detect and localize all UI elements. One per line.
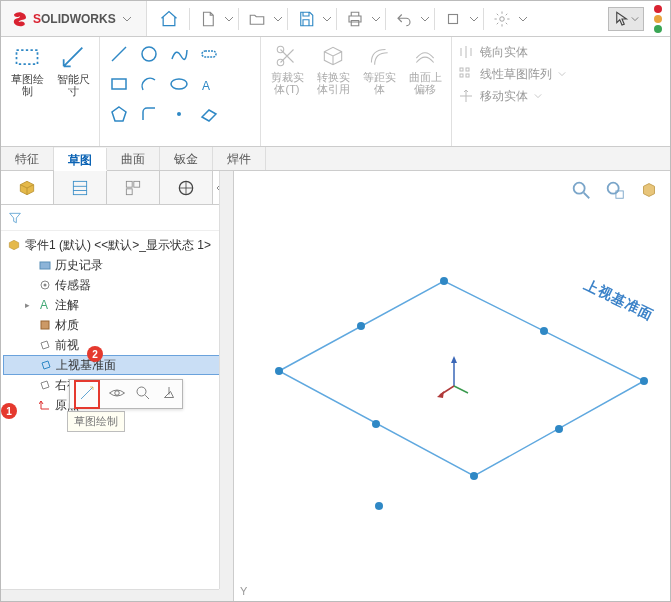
view-heads-up-toolbar — [568, 177, 662, 203]
fillet-tool[interactable] — [136, 101, 162, 127]
tree-root[interactable]: 零件1 (默认) <<默认>_显示状态 1> — [3, 235, 231, 255]
trim-button[interactable]: 剪裁实 体(T) — [267, 41, 307, 97]
undo-button[interactable] — [390, 5, 418, 33]
svg-rect-16 — [466, 74, 469, 77]
dropdown-icon[interactable] — [518, 14, 528, 24]
ribbon: 草图绘 制 智能尺 寸 A — [1, 37, 670, 147]
ctx-normal-to-button[interactable] — [160, 384, 178, 405]
svg-line-33 — [145, 395, 149, 399]
smart-dimension-button[interactable]: 智能尺 寸 — [53, 41, 93, 99]
svg-point-46 — [555, 425, 563, 433]
svg-rect-0 — [448, 14, 457, 23]
offset-equidist-button[interactable]: 等距实 体 — [359, 41, 399, 97]
surface-offset-button[interactable]: 曲面上 偏移 — [405, 41, 445, 97]
rectangle-tool[interactable] — [106, 71, 132, 97]
tab-surface[interactable]: 曲面 — [107, 147, 160, 170]
eye-icon — [108, 384, 126, 402]
panel-scrollbar-h[interactable] — [1, 589, 219, 602]
dropdown-icon[interactable] — [420, 14, 430, 24]
save-button[interactable] — [292, 5, 320, 33]
spline-tool[interactable] — [166, 41, 192, 67]
panel-scrollbar-v[interactable] — [219, 171, 233, 589]
svg-rect-26 — [40, 262, 50, 269]
solidworks-logo-icon — [11, 10, 29, 28]
dropdown-icon[interactable] — [322, 14, 332, 24]
linear-pattern-button[interactable]: 线性草图阵列 — [458, 63, 566, 85]
tree-annotations[interactable]: ▸A注解 — [3, 295, 231, 315]
funnel-icon — [7, 210, 23, 226]
tab-sheetmetal[interactable]: 钣金 — [160, 147, 213, 170]
ctx-tooltip: 草图绘制 — [67, 411, 125, 432]
svg-point-10 — [177, 112, 181, 116]
quick-access-toolbar — [147, 5, 670, 33]
zoom-fit-button[interactable] — [568, 177, 594, 203]
new-button[interactable] — [194, 5, 222, 33]
tab-weldment[interactable]: 焊件 — [213, 147, 266, 170]
panel-tab-property[interactable] — [54, 171, 107, 204]
tree-filter[interactable] — [1, 205, 233, 231]
move-button[interactable]: 移动实体 — [458, 85, 566, 107]
sensor-icon — [39, 279, 51, 291]
rebuild-button[interactable] — [439, 5, 467, 33]
tree-top-plane[interactable]: 上视基准面 — [3, 355, 231, 375]
ctx-show-button[interactable] — [108, 384, 126, 405]
open-button[interactable] — [243, 5, 271, 33]
polygon-tool[interactable] — [106, 101, 132, 127]
zoom-icon — [134, 384, 152, 402]
slot-tool[interactable] — [196, 41, 222, 67]
tree-sensors[interactable]: 传感器 — [3, 275, 231, 295]
svg-rect-17 — [73, 181, 86, 194]
view-orientation-button[interactable] — [636, 177, 662, 203]
app-menu-dropdown-icon[interactable] — [122, 14, 132, 24]
sketch-button[interactable]: 草图绘 制 — [7, 41, 47, 99]
zoom-area-button[interactable] — [602, 177, 628, 203]
ctx-sketch-button[interactable] — [74, 380, 100, 409]
dropdown-icon[interactable] — [224, 14, 234, 24]
options-button[interactable] — [488, 5, 516, 33]
origin-triad-icon — [434, 351, 474, 401]
panel-tab-dimxpert[interactable] — [160, 171, 213, 204]
annotation-icon: A — [39, 299, 51, 311]
point-tool[interactable] — [166, 101, 192, 127]
panel-scroll-corner — [219, 589, 233, 602]
svg-point-7 — [171, 79, 187, 89]
tab-sketch[interactable]: 草图 — [54, 148, 107, 171]
app-logo: SSOLIDWORKSOLIDWORKS — [1, 1, 147, 36]
tree-front-plane[interactable]: 前视 — [3, 335, 231, 355]
line-tool[interactable] — [106, 41, 132, 67]
tree-history[interactable]: 历史记录 — [3, 255, 231, 275]
app-name: SSOLIDWORKSOLIDWORKS — [33, 12, 116, 26]
axis-label-y: Y — [240, 585, 247, 597]
svg-point-28 — [44, 284, 47, 287]
panel-tab-feature-tree[interactable] — [1, 171, 54, 204]
svg-marker-9 — [112, 107, 126, 121]
home-button[interactable] — [155, 5, 183, 33]
svg-rect-20 — [126, 181, 132, 187]
ribbon-group-shapes: A — [100, 37, 261, 146]
dropdown-icon[interactable] — [273, 14, 283, 24]
circle-tool[interactable] — [136, 41, 162, 67]
context-toolbar — [69, 379, 183, 409]
svg-rect-13 — [460, 68, 463, 71]
mirror-button[interactable]: 镜向实体 — [458, 41, 566, 63]
ribbon-group-sketch: 草图绘 制 智能尺 寸 — [1, 37, 100, 146]
svg-point-40 — [275, 367, 283, 375]
panel-tabs — [1, 171, 233, 205]
tab-feature[interactable]: 特征 — [1, 147, 54, 170]
dropdown-icon[interactable] — [371, 14, 381, 24]
select-tool-button[interactable] — [608, 7, 644, 31]
convert-button[interactable]: 转换实 体引用 — [313, 41, 353, 97]
svg-rect-22 — [126, 188, 132, 194]
ctx-zoom-button[interactable] — [134, 384, 152, 405]
tree-material[interactable]: 材质 — [3, 315, 231, 335]
command-tabs: 特征 草图 曲面 钣金 焊件 — [1, 147, 670, 171]
panel-tab-config[interactable] — [107, 171, 160, 204]
print-button[interactable] — [341, 5, 369, 33]
text-tool[interactable]: A — [196, 71, 222, 97]
plane-tool[interactable] — [196, 101, 222, 127]
ellipse-tool[interactable] — [166, 71, 192, 97]
svg-point-43 — [470, 472, 478, 480]
3d-viewport[interactable]: 上视基准面 Y — [234, 171, 670, 602]
arc-tool[interactable] — [136, 71, 162, 97]
dropdown-icon[interactable] — [469, 14, 479, 24]
